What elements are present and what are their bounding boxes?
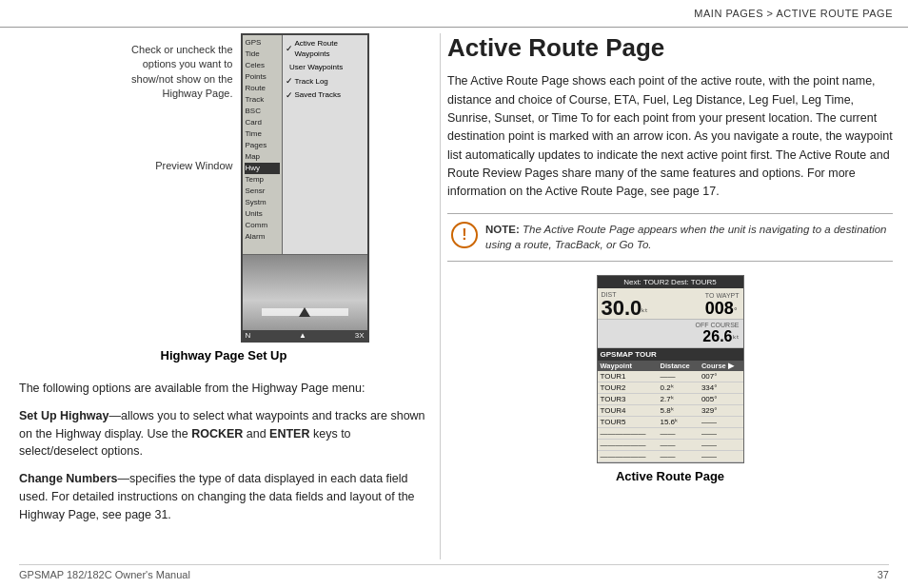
menu-item-2: User Waypoints: [286, 60, 365, 74]
gps-label-card: Card: [245, 117, 280, 128]
dist-value-row: 30.0 ᵏᵗ: [602, 298, 649, 319]
distance-cell: 15.6ᵏ: [657, 417, 698, 428]
menu-item-1: ✓ Active Route Waypoints: [286, 37, 365, 60]
waypoint-cell: ——————: [598, 451, 658, 462]
gps-label-tide: Tide: [245, 49, 280, 60]
table-row: ——————————: [598, 451, 743, 462]
gps-label-map: Map: [245, 151, 280, 163]
footer: GPSMAP 182/182C Owner's Manual 37: [19, 564, 889, 580]
to-unit: °: [734, 306, 738, 316]
off-unit: ᵏᵗ: [733, 334, 740, 343]
waypoint-cell: TOUR1: [598, 371, 658, 382]
term-setup-label: Set Up Highway: [19, 409, 109, 422]
annotation-preview: Preview Window: [117, 159, 233, 173]
check-3: ✓: [286, 75, 293, 88]
table-row: TOUR20.2ᵏ334°: [598, 382, 743, 394]
note-text: NOTE: The Active Route Page appears when…: [485, 222, 889, 253]
to-cell: TO WAYPT 008 °: [705, 292, 740, 319]
distance-cell: 5.8ᵏ: [657, 405, 698, 417]
gps-bottom-arrow: ▲: [299, 331, 306, 340]
course-cell: 005°: [699, 394, 743, 405]
left-body: The following options are available from…: [19, 380, 428, 523]
top-divider: [0, 27, 908, 28]
gps-screen: GPS Tide Celes Points Route Track BSC Ca…: [241, 33, 369, 343]
table-row: TOUR515.6ᵏ——: [598, 417, 743, 428]
gps-label-time: Time: [245, 128, 280, 140]
note-body: The Active Route Page appears when the u…: [485, 224, 887, 251]
gps-label-gps: GPS: [245, 37, 280, 49]
term-change-label: Change Numbers: [19, 472, 118, 485]
term-setup: Set Up Highway—allows you to select what…: [19, 407, 428, 461]
col-waypoint: Waypoint: [598, 361, 658, 371]
column-divider: [440, 33, 441, 559]
gps-label-systm: Systm: [245, 197, 280, 208]
distance-cell: ——: [657, 440, 698, 451]
off-value-row: 26.6 ᵏᵗ: [696, 328, 740, 345]
gps-label-hwy: Hwy: [245, 163, 280, 174]
gps-label-sensr: Sensr: [245, 186, 280, 197]
course-cell: ——: [699, 451, 743, 462]
menu-label-1: Active Route Waypoints: [295, 38, 365, 59]
col-course: Course ▶: [699, 361, 743, 371]
check-1: ✓: [286, 43, 293, 55]
dist-value: 30.0: [602, 298, 642, 319]
course-cell: ——: [699, 440, 743, 451]
course-cell: ——: [699, 428, 743, 440]
waypoint-cell: TOUR4: [598, 405, 658, 417]
gps-label-bsc: BSC: [245, 106, 280, 117]
enter-bold: ENTER: [269, 427, 309, 441]
device-caption: Highway Page Set Up: [161, 348, 287, 363]
device-wrapper: Check or uncheck the options you want to…: [117, 33, 369, 343]
route-caption: Active Route Page: [616, 469, 724, 483]
to-label: TO WAYPT: [705, 292, 740, 299]
gps-preview: [243, 254, 367, 330]
gps-left-labels: GPS Tide Celes Points Route Track BSC Ca…: [243, 35, 283, 254]
gps-label-celes: Celes: [245, 60, 280, 71]
left-column: Check or uncheck the options you want to…: [19, 33, 428, 559]
check-2: [286, 61, 288, 73]
footer-right: 37: [878, 569, 889, 580]
gps-label-route: Route: [245, 83, 280, 94]
table-row: TOUR32.7ᵏ005°: [598, 394, 743, 405]
gps-label-track: Track: [245, 94, 280, 106]
to-value-row: 008 °: [705, 299, 740, 319]
gps-label: GPSMAP TOUR: [598, 348, 743, 361]
breadcrumb: Main Pages > Active Route Page: [694, 8, 893, 19]
waypoint-cell: ——————: [598, 440, 658, 451]
distance-cell: ——: [657, 451, 698, 462]
waypoint-cell: TOUR5: [598, 417, 658, 428]
route-table: Waypoint Distance Course ▶ TOUR1——007°TO…: [598, 361, 743, 462]
check-4: ✓: [286, 89, 293, 102]
gps-label-comm: Comm: [245, 220, 280, 231]
gps-preview-content: [243, 255, 367, 330]
table-row: ——————————: [598, 440, 743, 451]
gps-arrow-icon: [299, 307, 310, 317]
course-cell: ——: [699, 417, 743, 428]
gps-label-alarm: Alarm: [245, 231, 280, 243]
gps-right-content: ✓ Active Route Waypoints User Waypoints …: [283, 35, 367, 254]
page-title: Active Route Page: [447, 33, 893, 63]
right-column: Active Route Page The Active Route Page …: [447, 33, 893, 559]
menu-item-4: ✓ Saved Tracks: [286, 88, 365, 103]
gps-bottom-zoom: 3X: [355, 331, 365, 340]
intro-paragraph: The following options are available from…: [19, 380, 428, 398]
device-area: Check or uncheck the options you want to…: [19, 33, 428, 372]
distance-cell: 0.2ᵏ: [657, 382, 698, 394]
table-row: TOUR45.8ᵏ329°: [598, 405, 743, 417]
dist-unit: ᵏᵗ: [642, 307, 648, 317]
to-value: 008: [705, 299, 734, 319]
col-distance: Distance: [657, 361, 698, 371]
table-row: TOUR1——007°: [598, 371, 743, 382]
menu-label-3: Track Log: [295, 76, 328, 87]
off-label: OFF COURSE: [696, 322, 740, 328]
footer-left: GPSMAP 182/182C Owner's Manual: [19, 569, 190, 580]
rocker-bold: ROCKER: [191, 427, 243, 441]
off-course-cell: OFF COURSE 26.6 ᵏᵗ: [696, 322, 740, 345]
dist-cell: DIST 30.0 ᵏᵗ: [602, 291, 649, 319]
gps-bottom-bar: N ▲ 3X: [243, 330, 367, 341]
menu-label-4: Saved Tracks: [295, 89, 341, 100]
menu-item-3: ✓ Track Log: [286, 74, 365, 88]
course-cell: 329°: [699, 405, 743, 417]
gps-label-pages: Pages: [245, 140, 280, 151]
distance-cell: ——: [657, 371, 698, 382]
